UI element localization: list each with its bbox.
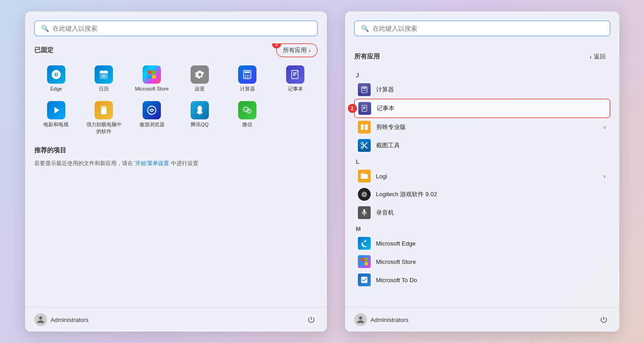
app-movies[interactable]: 电影和电视 (34, 98, 79, 137)
svg-point-15 (247, 77, 248, 78)
edge-app-icon (47, 65, 65, 84)
svg-point-34 (365, 90, 366, 91)
svg-rect-42 (361, 258, 364, 261)
svg-rect-41 (364, 215, 365, 216)
power-button-right[interactable] (597, 313, 610, 326)
search-bar-right[interactable]: 🔍 (354, 21, 610, 36)
app-notepad[interactable]: 记事本 (273, 63, 318, 95)
calendar-app-label: 日历 (99, 86, 109, 92)
app-settings[interactable]: 设置 (177, 63, 222, 95)
list-item-notepad[interactable]: 记事本 (354, 99, 610, 118)
logi-folder-icon (358, 170, 371, 182)
wechat-app-label: 微信 (242, 121, 252, 128)
user-info-right[interactable]: Administrators (354, 313, 409, 326)
all-apps-panel-right: 🔍 所有应用 ‹ 返回 J 计算器 2 (345, 11, 619, 332)
app-wechat[interactable]: 微信 (225, 98, 270, 137)
logitech-list-name: Logitech 游戏软件 9.02 (376, 190, 607, 198)
user-name-left: Administrators (51, 316, 89, 323)
todo-list-icon (358, 273, 371, 286)
svg-rect-5 (148, 70, 151, 74)
list-item-recorder[interactable]: 录音机 (354, 204, 610, 222)
list-item-edge[interactable]: Microsoft Edge (354, 234, 610, 252)
list-item-store[interactable]: Microsoft Store (354, 252, 610, 271)
list-item-logitech[interactable]: Logitech 游戏软件 9.02 (354, 185, 610, 204)
user-name-right: Administrators (371, 316, 409, 323)
settings-app-label: 设置 (195, 86, 205, 92)
recorder-list-icon (358, 206, 371, 219)
search-bar-left[interactable]: 🔍 (34, 21, 318, 36)
search-input-left[interactable] (53, 25, 311, 32)
svg-rect-10 (245, 71, 250, 73)
user-info-left[interactable]: Administrators (34, 313, 89, 326)
user-avatar-right (354, 313, 367, 326)
list-item-logi[interactable]: Logi ∨ (354, 167, 610, 185)
list-item-todo[interactable]: Microsoft To Do (354, 271, 610, 289)
store-app-icon (143, 65, 161, 84)
list-item-jianying[interactable]: 剪映专业版 ∨ (354, 118, 610, 136)
menu-content-left: 已固定 1 所有应用 › Edge 31 (25, 43, 327, 307)
qq-app-label: 腾讯QQ (191, 121, 208, 128)
list-item-calculator[interactable]: 计算器 (354, 80, 610, 99)
all-apps-label: 所有应用 (283, 46, 307, 54)
search-icon-left: 🔍 (41, 25, 49, 32)
section-l: L (354, 155, 610, 167)
pinned-section-header: 已固定 1 所有应用 › (34, 43, 318, 57)
app-store[interactable]: Microsoft Store (130, 63, 174, 95)
store-app-label: Microsoft Store (135, 86, 169, 92)
section-m: M (354, 222, 610, 234)
all-apps-title: 所有应用 (354, 53, 380, 61)
calendar-app-icon: 31 (95, 65, 113, 84)
svg-text:31: 31 (102, 75, 106, 78)
recommended-link[interactable]: '开始'菜单设置 (134, 160, 170, 166)
calculator-list-name: 计算器 (376, 86, 607, 94)
app-miaoyou[interactable]: 傲游浏览器 (130, 98, 174, 137)
screenshot-list-name: 截图工具 (376, 141, 607, 150)
app-qq[interactable]: 腾讯QQ (177, 98, 222, 137)
svg-point-27 (246, 109, 247, 110)
recommended-desc-text: 若要显示最近使用的文件和新应用，请在 (34, 160, 133, 166)
list-item-screenshot[interactable]: 截图工具 (354, 136, 610, 155)
back-label: 返回 (594, 53, 606, 61)
recommended-section: 推荐的项目 若要显示最近使用的文件和新应用，请在 '开始'菜单设置 中进行设置 (34, 146, 318, 167)
power-button-left[interactable] (305, 313, 318, 326)
pinned-apps-grid: Edge 31 日历 (34, 63, 318, 137)
calculator-app-icon (238, 65, 256, 84)
app-calendar[interactable]: 31 日历 (82, 63, 126, 95)
jianying-expand-icon: ∨ (603, 124, 607, 130)
svg-point-28 (248, 111, 249, 112)
chevron-right-icon: › (309, 47, 310, 54)
svg-point-29 (250, 111, 250, 112)
all-apps-button[interactable]: 1 所有应用 › (276, 43, 317, 57)
badge-1: 1 (272, 43, 281, 48)
wechat-app-icon (238, 101, 256, 119)
recommended-desc: 若要显示最近使用的文件和新应用，请在 '开始'菜单设置 中进行设置 (34, 159, 318, 167)
recorder-list-name: 录音机 (376, 209, 607, 217)
svg-rect-31 (362, 87, 366, 89)
svg-marker-22 (54, 107, 59, 113)
svg-point-14 (245, 77, 246, 78)
back-button[interactable]: ‹ 返回 (585, 51, 610, 63)
search-input-right[interactable] (373, 25, 603, 32)
svg-point-23 (148, 106, 156, 114)
pinned-title: 已固定 (34, 46, 53, 54)
svg-rect-44 (361, 262, 364, 265)
screenshot-list-icon (358, 139, 371, 152)
svg-rect-8 (152, 75, 156, 79)
svg-rect-45 (365, 262, 368, 265)
recommended-desc-text2: 中进行设置 (171, 160, 198, 166)
svg-rect-1 (100, 71, 108, 73)
store-list-name: Microsoft Store (376, 258, 607, 265)
calculator-app-label: 计算器 (240, 86, 255, 92)
app-calculator[interactable]: 计算器 (225, 63, 270, 95)
movies-app-icon (47, 101, 65, 119)
calculator-list-icon (358, 83, 371, 96)
svg-point-11 (245, 75, 246, 76)
app-uninstall[interactable]: 强力卸载电脑中的软件 (82, 98, 126, 137)
svg-point-16 (249, 77, 250, 78)
svg-rect-7 (148, 75, 151, 79)
search-icon-right: 🔍 (361, 25, 369, 32)
app-edge[interactable]: Edge (34, 63, 79, 95)
svg-rect-17 (292, 70, 298, 79)
store-list-icon (358, 255, 371, 268)
all-apps-header: 所有应用 ‹ 返回 (345, 43, 619, 68)
